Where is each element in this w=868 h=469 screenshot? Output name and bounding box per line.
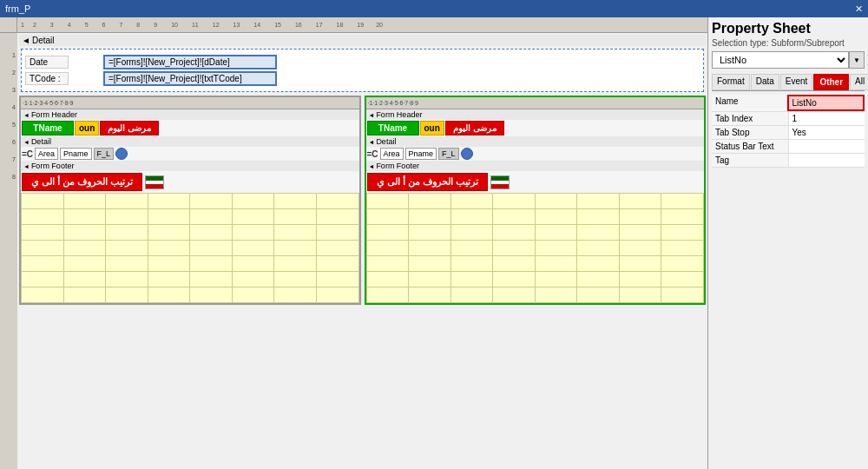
left-content: 1 2 3 4 5 6 7 8 9 10 11 12 13 [0,17,707,469]
subform2-grid [366,193,705,303]
top-ruler-row: 1 2 3 4 5 6 7 8 9 10 11 12 13 [0,17,707,33]
table-row [22,209,359,225]
subform1-header-row: TName oun مرضى اليوم [21,120,359,136]
subform1-header-label: Form Header [21,109,359,120]
subform1-circle [115,148,128,160]
subform1-grid-table [21,193,359,303]
prop-value-tabstop[interactable]: Yes [789,126,865,139]
subform2-header-label: Form Header [366,109,705,120]
main-window: frm_P ✕ 1 2 3 4 5 6 [0,0,868,469]
date-label: Date [25,56,69,69]
subform2-pname: Pname [405,148,437,160]
subform1-grid [21,193,359,303]
subform1-arabic-btn[interactable]: مرضى اليوم [100,121,159,135]
table-row [366,194,704,209]
prop-value-name[interactable]: ListNo [787,95,865,111]
table-row [366,287,704,303]
tab-other[interactable]: Other [813,74,849,90]
subform2-flag-icon [490,175,510,189]
subform2-footer-btn[interactable]: ترتيب الحروف من أ الى ي [367,173,488,191]
detail-area: Date =[Forms]![New_Project]![dDate] TCod… [21,49,704,92]
subform2-header-row: TName oun مرضى اليوم [366,120,705,136]
property-sheet-title: Property Sheet [712,21,865,36]
ruler-corner [0,17,17,33]
subform2-arabic-btn[interactable]: مرضى اليوم [445,121,504,135]
table-row [22,256,359,272]
subform1-area: Area [35,148,58,160]
subform1-detail-row: =C Area Pname F_L [21,147,359,161]
subform2-tname-btn[interactable]: TName [367,121,419,135]
title-bar: frm_P ✕ [0,0,868,17]
subform-2: ·1·1·2·3·4·5·6·7·8·9 Form Header TName o… [365,96,707,305]
prop-label-tag: Tag [712,154,789,167]
table-row [366,241,704,256]
subform1-pname: Pname [60,148,92,160]
subform2-ruler: ·1·1·2·3·4·5·6·7·8·9 [366,97,705,109]
subform-1: ·1·1·2·3·4·5·6·7·8·9 Form Header TName o… [19,96,361,305]
subform1-footer-label: Form Footer [21,161,359,171]
subform1-ruler: ·1·1·2·3·4·5·6·7·8·9 [21,97,359,109]
prop-label-tabindex: Tab Index [712,112,789,125]
table-row [22,287,359,303]
table-row [22,225,359,241]
ruler-marks: 1 2 3 4 5 6 7 8 9 10 11 12 13 [17,22,388,28]
date-field-row: Date =[Forms]![New_Project]![dDate] [25,55,700,69]
scrollable-area: 1 2 3 4 5 6 7 8 ◄ Detail [0,33,707,469]
property-sheet-panel: Property Sheet Selection type: Subform/S… [707,17,868,469]
prop-value-statusbar[interactable] [789,140,865,153]
subform2-detail-row: =C Area Pname F_L [366,147,705,161]
prop-row-tag: Tag [712,154,865,168]
left-panel: 1 2 3 4 5 6 7 8 9 10 11 12 13 [0,17,707,469]
subform1-tname-btn[interactable]: TName [22,121,74,135]
subform1-footer-row: ترتيب الحروف من أ الى ي [21,171,359,193]
ps-dropdown-row: ListNo ▼ [712,51,865,69]
prop-value-tag[interactable] [789,154,865,167]
subform1-footer-btn[interactable]: ترتيب الحروف من أ الى ي [22,173,142,191]
close-icon[interactable]: ✕ [855,3,863,15]
window-title: frm_P [5,3,30,14]
subform1-detail-label: Detail [21,136,359,147]
selection-type-label: Selection type: Subform/Subreport [712,38,865,48]
prop-row-tabindex: Tab Index 1 [712,112,865,126]
subform2-grid-table [366,193,705,303]
prop-row-tabstop: Tab Stop Yes [712,126,865,140]
table-row [366,209,704,225]
prop-row-name: Name ListNo [712,95,865,112]
prop-label-statusbar: Status Bar Text [712,140,789,153]
tab-event[interactable]: Event [780,74,813,90]
subform1-eq: =C [22,149,33,159]
date-value[interactable]: =[Forms]![New_Project]![dDate] [103,55,277,69]
subform1-fl: F_L [94,148,115,160]
table-row [366,272,704,287]
subform2-detail-label: Detail [366,136,705,147]
vertical-ruler: 1 2 3 4 5 6 7 8 [0,33,17,469]
tcode-label: TCode : [25,72,69,85]
ps-properties: Name ListNo Tab Index 1 Tab Stop Yes Sta… [712,95,865,466]
table-row [366,256,704,272]
subform2-eq: =C [367,149,378,159]
prop-value-tabindex[interactable]: 1 [789,112,865,125]
subform2-footer-label: Form Footer [366,161,705,171]
tab-format[interactable]: Format [712,74,750,90]
tab-data[interactable]: Data [751,74,779,90]
tab-all[interactable]: All [850,74,868,90]
ps-dropdown-arrow[interactable]: ▼ [849,51,865,69]
subform2-oun-btn[interactable]: oun [420,121,444,135]
table-row [22,272,359,287]
subform2-footer-row: ترتيب الحروف من أ الى ي [366,171,705,193]
table-row [366,225,704,241]
subform2-fl: F_L [438,148,459,160]
tcode-value[interactable]: =[Forms]![New_Project]![txtTCode] [103,71,277,86]
subforms-container: ·1·1·2·3·4·5·6·7·8·9 Form Header TName o… [19,96,706,305]
tcode-field-row: TCode : =[Forms]![New_Project]![txtTCode… [25,71,700,86]
ps-tabs: Format Data Event Other All [712,74,865,91]
horizontal-ruler: 1 2 3 4 5 6 7 8 9 10 11 12 13 [17,17,707,33]
prop-label-name: Name [712,95,787,111]
forms-workspace: ◄ Detail Date =[Forms]![New_Project]![dD… [17,33,707,469]
main-content: 1 2 3 4 5 6 7 8 9 10 11 12 13 [0,17,868,469]
table-row [22,241,359,256]
ps-dropdown[interactable]: ListNo [712,51,849,69]
subform1-oun-btn[interactable]: oun [75,121,99,135]
subform2-area: Area [380,148,404,160]
subform1-flag-icon [145,175,164,189]
